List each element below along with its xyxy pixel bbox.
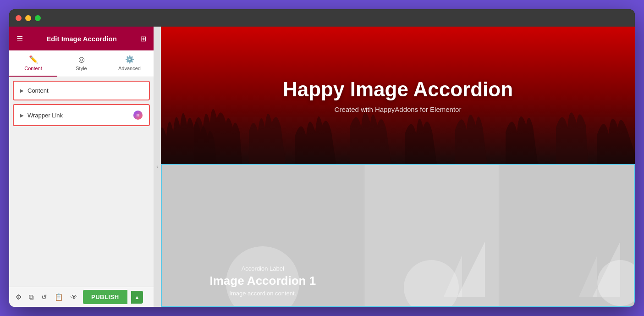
accordion-section: Accordion Label Image Accordion 1 Image … — [161, 164, 635, 307]
maximize-button[interactable] — [35, 15, 41, 21]
notes-icon[interactable]: 📋 — [53, 291, 65, 303]
sidebar-header: ☰ Edit Image Accordion ⊞ — [9, 27, 154, 50]
layers-icon[interactable]: ⧉ — [27, 291, 36, 303]
panel-1-title: Image Accordion 1 — [209, 274, 316, 288]
tab-style-label: Style — [76, 66, 87, 71]
grid-icon[interactable]: ⊞ — [140, 34, 146, 43]
chevron-right-icon: ▶ — [20, 88, 24, 93]
hero-section: Happy Image Accordion Created with Happy… — [161, 27, 635, 164]
publish-button[interactable]: PUBLISH — [83, 290, 127, 304]
gear-icon: ⚙️ — [125, 55, 134, 64]
section-content-header[interactable]: ▶ Content — [14, 82, 149, 100]
sidebar: ☰ Edit Image Accordion ⊞ ✏️ Content ◎ St… — [9, 27, 154, 307]
wrapper-link-label: Wrapper Link — [28, 112, 63, 119]
sections-list: ▶ Content ▶ Wrapper Link H — [9, 77, 154, 287]
wrapper-link-left: ▶ Wrapper Link — [20, 112, 63, 119]
panel-1-description: Image accordion content. — [209, 290, 316, 297]
section-wrapper-link[interactable]: ▶ Wrapper Link H — [13, 104, 150, 126]
style-icon: ◎ — [78, 55, 85, 64]
accordion-panel-1[interactable]: Accordion Label Image Accordion 1 Image … — [162, 165, 364, 306]
content-area: ☰ Edit Image Accordion ⊞ ✏️ Content ◎ St… — [9, 27, 635, 307]
wrapper-link-header[interactable]: ▶ Wrapper Link H — [14, 105, 149, 125]
close-button[interactable] — [16, 15, 22, 21]
history-icon[interactable]: ↺ — [39, 291, 49, 303]
tab-content[interactable]: ✏️ Content — [9, 50, 57, 77]
panel-1-content: Accordion Label Image Accordion 1 Image … — [209, 265, 316, 306]
accordion-panel-2[interactable] — [364, 165, 499, 306]
bottom-bar: ⚙ ⧉ ↺ 📋 👁 PUBLISH ▲ — [9, 287, 154, 307]
tab-content-label: Content — [24, 66, 42, 71]
tab-style[interactable]: ◎ Style — [57, 50, 105, 77]
hero-subtitle: Created with HappyAddons for Elementor — [335, 105, 462, 113]
tab-advanced[interactable]: ⚙️ Advanced — [105, 50, 154, 77]
tab-advanced-label: Advanced — [118, 66, 141, 71]
triangle-4 — [579, 255, 597, 297]
preview-icon[interactable]: 👁 — [69, 291, 79, 303]
hero-title: Happy Image Accordion — [283, 78, 513, 101]
publish-arrow-button[interactable]: ▲ — [131, 291, 143, 304]
triangle-2 — [444, 255, 462, 297]
accordion-panel-3[interactable] — [499, 165, 634, 306]
collapse-icon: ‹ — [156, 164, 158, 169]
app-window: ☰ Edit Image Accordion ⊞ ✏️ Content ◎ St… — [9, 9, 635, 307]
minimize-button[interactable] — [25, 15, 31, 21]
section-content-label: Content — [28, 87, 49, 94]
panel-1-label: Accordion Label — [209, 265, 316, 272]
hamburger-icon[interactable]: ☰ — [17, 34, 23, 43]
section-content[interactable]: ▶ Content — [13, 81, 150, 100]
titlebar — [9, 9, 635, 27]
chevron-right-icon-2: ▶ — [20, 113, 24, 118]
happyaddons-badge: H — [133, 111, 143, 120]
tabs-row: ✏️ Content ◎ Style ⚙️ Advanced — [9, 50, 154, 77]
collapse-handle[interactable]: ‹ — [154, 27, 161, 307]
settings-icon[interactable]: ⚙ — [14, 291, 23, 303]
pencil-icon: ✏️ — [29, 55, 38, 64]
main-canvas: Happy Image Accordion Created with Happy… — [161, 27, 635, 307]
sidebar-title: Edit Image Accordion — [46, 35, 117, 43]
